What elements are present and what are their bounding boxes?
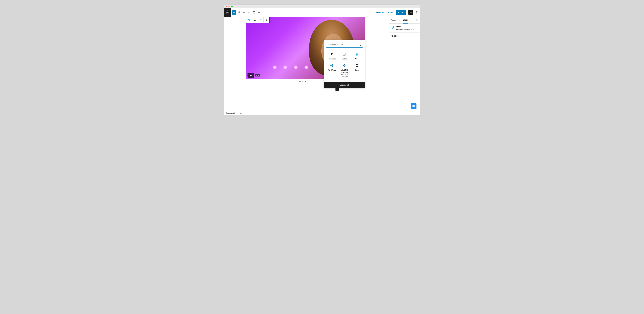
wordpress-icon (226, 10, 230, 14)
breadcrumb: Document → Vimeo (224, 111, 420, 115)
align-button[interactable] (252, 17, 258, 22)
topbar-right-tools: Save draft Preview Publish (376, 10, 420, 15)
chevron-down-icon (416, 35, 418, 37)
block-cover[interactable]: Cover (351, 62, 363, 80)
add-block-button[interactable] (232, 10, 236, 14)
advanced-panel-toggle[interactable]: Advanced (389, 32, 420, 39)
editor-window: Save draft Preview Publish (224, 5, 420, 115)
search-icon (358, 44, 361, 46)
wordpress-icon (330, 64, 334, 67)
block-info-panel: Vimeo Embed a Vimeo video. (389, 24, 420, 32)
block-more-button[interactable] (264, 17, 269, 22)
chat-button[interactable] (410, 103, 416, 109)
paragraph-icon (330, 52, 334, 56)
window-titlebar (224, 5, 420, 8)
kebab-icon (416, 11, 417, 14)
block-info-title: Vimeo (396, 26, 414, 28)
breadcrumb-separator: → (236, 112, 238, 114)
kebab-icon (266, 19, 267, 21)
vimeo-icon (248, 18, 251, 21)
browse-all-button[interactable]: Browse all (324, 82, 365, 88)
close-sidebar-button[interactable]: ✕ (416, 18, 418, 22)
block-label: Lite LMS Progress Tracker by LifterLMS (339, 69, 350, 78)
block-label: Embed (342, 58, 347, 60)
info-icon (252, 11, 256, 14)
preview-button[interactable]: Preview (386, 11, 393, 14)
block-paragraph[interactable]: Paragraph (326, 51, 338, 62)
topbar-left-tools (231, 10, 261, 14)
block-vimeo[interactable]: Vimeo (351, 51, 363, 62)
check-circle-icon (342, 64, 346, 67)
vimeo-icon (391, 26, 394, 29)
edit-url-button[interactable] (258, 17, 264, 22)
editor-topbar: Save draft Preview Publish (224, 8, 420, 17)
list-icon (258, 11, 260, 14)
align-icon (254, 18, 256, 21)
block-type-button[interactable] (246, 17, 252, 22)
plus-icon (336, 88, 338, 90)
play-icon (250, 74, 252, 76)
undo-button[interactable] (242, 10, 246, 14)
sidebar-tabs: Document Block ✕ (389, 17, 420, 24)
save-draft-button[interactable]: Save draft (376, 11, 384, 14)
play-button[interactable] (248, 73, 254, 78)
cover-icon (355, 64, 359, 67)
edit-tool-button[interactable] (237, 10, 241, 14)
window-maximize-dot[interactable] (231, 6, 233, 7)
block-label: Paragraph (328, 58, 336, 60)
block-info-desc: Embed a Vimeo video. (396, 28, 414, 30)
block-label: Cover (355, 69, 359, 71)
wordpress-logo-button[interactable] (224, 8, 231, 17)
undo-icon (243, 11, 246, 14)
embed-icon (342, 52, 346, 56)
block-grid: Paragraph Embed Vimeo WordPress (324, 50, 365, 82)
block-info-text: Vimeo Embed a Vimeo video. (396, 26, 414, 30)
chat-icon (412, 105, 415, 108)
settings-button[interactable] (408, 10, 413, 15)
publish-button[interactable]: Publish (396, 10, 406, 15)
svg-point-3 (359, 44, 360, 45)
breadcrumb-current[interactable]: Vimeo (240, 112, 245, 114)
svg-point-2 (410, 12, 411, 13)
video-thumbnail-lights (272, 65, 308, 70)
block-embed[interactable]: Embed (338, 51, 351, 62)
info-button[interactable] (252, 10, 256, 14)
editor-body: 04:06 Write caption… (224, 17, 420, 111)
redo-button[interactable] (247, 10, 251, 14)
canvas: 04:06 Write caption… (246, 17, 365, 84)
gear-icon (409, 11, 412, 14)
vimeo-icon (355, 52, 359, 56)
search-input[interactable] (328, 44, 358, 46)
block-toolbar (246, 17, 270, 23)
svg-rect-8 (356, 64, 357, 65)
settings-sidebar: Document Block ✕ Vimeo Embed a Vimeo vid… (388, 17, 420, 111)
block-search-box[interactable] (326, 42, 363, 48)
tab-document[interactable]: Document (391, 17, 400, 24)
breadcrumb-root[interactable]: Document (226, 112, 235, 114)
plus-icon (233, 11, 236, 14)
block-label: Vimeo (354, 58, 359, 60)
block-lifterlms[interactable]: Lite LMS Progress Tracker by LifterLMS (338, 62, 351, 80)
window-minimize-dot[interactable] (228, 6, 230, 7)
block-label: WordPress (328, 69, 336, 71)
block-inserter-popup: Paragraph Embed Vimeo WordPress (324, 40, 365, 88)
pencil-icon (238, 11, 240, 14)
advanced-label: Advanced (391, 35, 400, 37)
redo-icon (248, 11, 250, 14)
video-duration: 04:06 (255, 74, 260, 76)
window-close-dot[interactable] (226, 6, 227, 7)
tab-block[interactable]: Block (403, 17, 408, 24)
more-options-button[interactable] (415, 10, 418, 15)
pencil-icon (260, 18, 262, 21)
block-wordpress[interactable]: WordPress (326, 62, 338, 80)
canvas-area: 04:06 Write caption… (224, 17, 388, 111)
outline-button[interactable] (257, 10, 261, 14)
